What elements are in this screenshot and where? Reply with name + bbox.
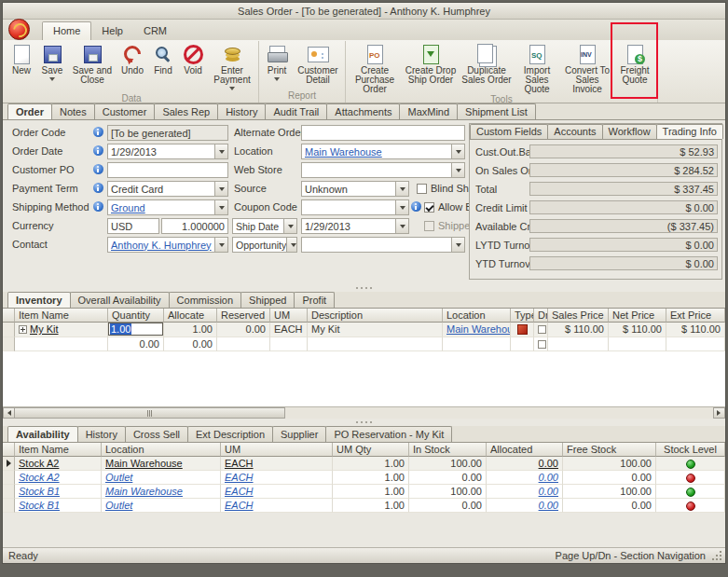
tab-shipped[interactable]: Shipped <box>240 292 295 308</box>
dropdown-arrow-icon[interactable] <box>451 144 464 158</box>
tab-attachments[interactable]: Attachments <box>326 103 400 119</box>
reserved-cell[interactable]: 0.00 <box>217 323 270 337</box>
column-header[interactable]: Ext Price <box>666 309 725 323</box>
location-cell[interactable]: Main Warehouse <box>443 323 511 337</box>
column-header[interactable]: Allocated <box>487 443 563 457</box>
column-header[interactable]: Free Stock <box>563 443 656 457</box>
undo-button[interactable]: Undo <box>117 41 148 93</box>
dropdown-arrow-icon[interactable] <box>395 182 408 196</box>
table-row[interactable]: Stock A2 Outlet EACH 1.00 0.00 0.00 0.00 <box>3 471 725 485</box>
tab-trading-info[interactable]: Trading Info <box>656 124 723 139</box>
in-stock-cell[interactable]: 0.00 <box>409 499 487 513</box>
expand-icon[interactable] <box>19 325 27 334</box>
allocated-cell[interactable]: 0.00 <box>487 471 563 485</box>
allocate-cell[interactable]: 0.00 <box>164 337 217 351</box>
um-cell[interactable]: EACH <box>221 485 333 499</box>
location-field[interactable]: Main Warehouse <box>301 144 465 159</box>
duplicate-sales-order-button[interactable]: Duplicate Sales Order <box>460 41 514 94</box>
quantity-cell[interactable]: 1.00 <box>108 323 164 337</box>
tab-audit-trail[interactable]: Audit Trail <box>265 103 327 119</box>
column-header[interactable]: Item Name <box>15 443 102 457</box>
column-header[interactable]: Reserved <box>217 309 270 323</box>
item-name-cell[interactable]: Stock B1 <box>15 499 102 513</box>
column-header[interactable]: UM Qty <box>333 443 409 457</box>
in-stock-cell[interactable]: 0.00 <box>409 471 487 485</box>
import-sales-quote-button[interactable]: Import Sales Quote <box>514 41 560 94</box>
opportunity-field[interactable] <box>301 237 465 253</box>
web-store-field[interactable] <box>301 162 465 178</box>
item-link[interactable]: My Kit <box>30 323 59 335</box>
ext-price-cell[interactable]: $ 110.00 <box>666 323 725 337</box>
dropdown-arrow-icon[interactable] <box>395 200 408 214</box>
allocated-cell[interactable]: 0.00 <box>487 457 563 471</box>
dropdown-arrow-icon[interactable] <box>214 238 227 252</box>
scrollbar-track[interactable] <box>285 407 713 419</box>
tab-workflow[interactable]: Workflow <box>602 124 657 139</box>
void-button[interactable]: Void <box>178 41 208 93</box>
description-cell[interactable]: My Kit <box>308 323 443 337</box>
resize-grip[interactable] <box>711 550 723 562</box>
dropdown-arrow-icon[interactable] <box>283 219 296 233</box>
dropdown-arrow-icon[interactable] <box>395 219 408 233</box>
free-stock-cell[interactable]: 0.00 <box>563 471 656 485</box>
ribbon-tab-crm[interactable]: CRM <box>133 22 177 40</box>
sales-price-cell[interactable] <box>548 337 609 351</box>
quantity-editor[interactable]: 1.00 <box>108 323 163 336</box>
stock-level-cell[interactable] <box>656 457 725 471</box>
alternate-order-field[interactable] <box>301 125 465 141</box>
tab-profit[interactable]: Profit <box>294 292 335 308</box>
coupon-code-field[interactable] <box>301 199 409 215</box>
checkbox-icon[interactable] <box>538 325 546 334</box>
tab-maxmind[interactable]: MaxMind <box>399 103 458 119</box>
um-qty-cell[interactable]: 1.00 <box>333 499 409 513</box>
tab-notes[interactable]: Notes <box>51 103 95 119</box>
location-cell[interactable]: Outlet <box>102 499 221 513</box>
convert-to-sales-invoice-button[interactable]: Convert To Sales Invoice <box>560 41 614 94</box>
tab-inventory[interactable]: Inventory <box>7 292 71 308</box>
table-row[interactable]: My Kit 1.00 1.00 0.00 EACH My Kit Main W… <box>3 323 725 337</box>
free-stock-cell[interactable]: 100.00 <box>563 457 656 471</box>
currency-rate-field[interactable]: 1.000000 <box>161 218 228 234</box>
column-header[interactable]: Location <box>102 443 221 457</box>
column-header[interactable]: In Stock <box>409 443 487 457</box>
um-cell[interactable]: EACH <box>221 457 333 471</box>
location-link[interactable]: Main Warehouse <box>305 146 382 158</box>
um-cell[interactable]: EACH <box>221 471 333 485</box>
ext-price-cell[interactable] <box>666 337 725 351</box>
um-qty-cell[interactable]: 1.00 <box>333 485 409 499</box>
find-button[interactable]: Find <box>148 41 178 93</box>
table-row[interactable]: Stock A2 Main Warehouse EACH 1.00 100.00… <box>3 457 725 471</box>
dropdown-arrow-icon[interactable] <box>214 200 227 214</box>
location-cell[interactable]: Outlet <box>102 471 221 485</box>
stock-level-cell[interactable] <box>656 485 725 499</box>
allocate-cell[interactable]: 1.00 <box>164 323 217 337</box>
save-and-close-button[interactable]: Save and Close <box>68 41 117 93</box>
freight-quote-button[interactable]: Freight Quote <box>614 41 655 94</box>
um-qty-cell[interactable]: 1.00 <box>333 457 409 471</box>
free-stock-cell[interactable]: 100.00 <box>563 485 656 499</box>
type-cell[interactable] <box>511 323 534 337</box>
create-purchase-order-button[interactable]: Create Purchase Order <box>348 41 402 94</box>
column-header[interactable]: Sales Price <box>548 309 609 323</box>
um-qty-cell[interactable]: 1.00 <box>333 471 409 485</box>
section-splitter[interactable] <box>3 419 725 426</box>
tab-history-bottom[interactable]: History <box>77 426 126 442</box>
tab-custom-fields[interactable]: Custom Fields <box>470 124 548 139</box>
location-cell[interactable] <box>443 337 511 351</box>
tab-po-reservation[interactable]: PO Reservation - My Kit <box>325 426 452 442</box>
tab-supplier[interactable]: Supplier <box>272 426 326 442</box>
print-button[interactable]: Print <box>261 41 293 90</box>
sales-price-cell[interactable]: $ 110.00 <box>548 323 609 337</box>
free-stock-cell[interactable]: 0.00 <box>563 499 656 513</box>
um-cell[interactable]: EACH <box>270 323 308 337</box>
type-cell[interactable] <box>511 337 534 351</box>
application-orb-icon[interactable] <box>8 19 30 40</box>
order-date-field[interactable]: 1/29/2013 <box>107 144 228 159</box>
stock-level-cell[interactable] <box>656 499 725 513</box>
location-cell[interactable]: Main Warehouse <box>102 485 221 499</box>
column-header[interactable]: Item Name <box>15 309 108 323</box>
column-header[interactable]: Quantity <box>108 309 164 323</box>
scroll-right-icon[interactable] <box>713 407 725 419</box>
customer-po-field[interactable] <box>107 162 228 178</box>
title-bar[interactable]: Sales Order - [To be generated] - Anthon… <box>3 3 725 20</box>
